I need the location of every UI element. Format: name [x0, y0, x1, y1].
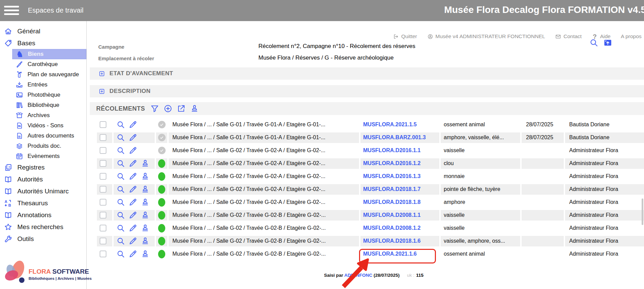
sidebar-item-plan-de-sauvegarde[interactable]: Plan de sauvegarde — [0, 69, 86, 80]
search-icon[interactable] — [116, 198, 125, 207]
inbox-arrow-icon — [16, 81, 23, 89]
expand-plus-icon[interactable] — [99, 88, 105, 95]
stamp-icon[interactable] — [141, 224, 150, 232]
sidebar-item-biens[interactable]: ♞Biens — [12, 49, 86, 59]
stamp-icon[interactable] — [141, 185, 150, 194]
row-checkbox[interactable] — [100, 225, 106, 231]
sidebar-item-produits-doc[interactable]: Produits doc. — [0, 141, 86, 151]
recolements-table: Musée Flora / ... / Salle G-01 / Travée … — [97, 118, 644, 260]
location-text: Musée Flora / ... / Salle G-01 / Travée … — [169, 132, 359, 143]
object-number-link[interactable]: MUSFLORA.D2016.1.3 — [363, 173, 421, 179]
status-green-icon — [158, 211, 165, 220]
row-checkbox[interactable] — [100, 238, 106, 244]
row-checkbox[interactable] — [100, 160, 106, 167]
row-checkbox[interactable] — [100, 199, 106, 206]
pencil-icon[interactable] — [129, 250, 137, 258]
sidebar-item-vid-os-sons[interactable]: Vidéos - Sons — [0, 121, 86, 131]
pencil-icon[interactable] — [129, 237, 137, 245]
pencil-icon[interactable] — [129, 211, 137, 220]
sidebar-item-autres-documents[interactable]: Autres documents — [0, 131, 86, 141]
row-checkbox[interactable] — [100, 121, 106, 128]
entry-user-link[interactable]: ADMINFONC — [344, 273, 373, 278]
search-icon[interactable] — [116, 133, 125, 142]
object-number-link[interactable]: MUSFLORA.D2018.1.6 — [363, 238, 421, 244]
document-icon — [16, 132, 23, 140]
pencil-icon[interactable] — [129, 224, 137, 232]
row-checkbox[interactable] — [100, 251, 106, 257]
filter-icon[interactable] — [150, 104, 159, 113]
menu-mus-e-v4-administrateur-fonctionnel[interactable]: Musée v4 ADMINISTRATEUR FONCTIONNEL — [427, 33, 545, 39]
object-number-link[interactable]: MUSFLORA.2021.1.6 — [363, 251, 417, 257]
pencil-icon[interactable] — [129, 159, 137, 168]
search-icon[interactable] — [116, 250, 125, 258]
pencil-icon[interactable] — [129, 146, 137, 155]
hamburger-menu-icon[interactable] — [4, 6, 19, 17]
search-icon[interactable] — [116, 211, 125, 220]
object-number-link[interactable]: MUSFLORA.2021.1.5 — [363, 122, 417, 128]
search-icon[interactable] — [116, 172, 125, 181]
row-checkbox[interactable] — [100, 212, 106, 219]
pencil-icon[interactable] — [129, 133, 137, 142]
stamp-icon[interactable] — [141, 159, 150, 168]
sidebar-item-entr-es[interactable]: Entrées — [0, 80, 86, 90]
sidebar-item-caroth-que[interactable]: Carothèque — [0, 59, 86, 69]
sidebar-item-thesaurus[interactable]: ABThesaurus — [0, 197, 86, 209]
sidebar-item-autorit-s-unimarc[interactable]: Autorités Unimarc — [0, 185, 86, 197]
sidebar-item-registres[interactable]: Registres — [0, 161, 86, 173]
agent-text: Bautista Doriane — [565, 132, 644, 143]
campaign-field-value: Récolement n°2, Campagne n°10 - Récoleme… — [258, 43, 416, 50]
sidebar-item-phototh-que[interactable]: Photothèque — [0, 90, 86, 100]
row-checkbox[interactable] — [100, 147, 106, 154]
sidebar-item-mes-recherches[interactable]: Mes recherches — [0, 221, 86, 233]
search-icon[interactable] — [116, 224, 125, 232]
search-icon[interactable] — [116, 146, 125, 155]
stamp-icon[interactable] — [141, 250, 150, 258]
object-number-link[interactable]: MUSFLORA.D2016.1.1 — [363, 147, 421, 154]
search-icon[interactable] — [589, 38, 598, 47]
object-number-link[interactable]: MUSFLORA.BARZ.001.3 — [363, 134, 426, 141]
sidebar-item-label: Bases — [17, 39, 35, 47]
row-checkbox[interactable] — [100, 173, 106, 180]
stamp-icon[interactable] — [141, 211, 150, 220]
menu-contact[interactable]: Contact — [555, 33, 581, 39]
open-external-icon[interactable] — [177, 104, 186, 113]
sidebar-item-annotations[interactable]: Annotations — [0, 209, 86, 221]
object-number-link[interactable]: MUSFLORA.D2008.1.2 — [363, 225, 421, 231]
row-checkbox[interactable] — [100, 134, 106, 141]
stamp-icon[interactable] — [141, 198, 150, 207]
sidebar-item-bases[interactable]: Bases — [0, 37, 86, 49]
date-text: 28/07/2025 — [522, 119, 564, 130]
search-icon[interactable] — [116, 185, 125, 194]
object-number-link[interactable]: MUSFLORA.D2018.1.8 — [363, 199, 421, 205]
sidebar-item-g-n-ral[interactable]: Général — [0, 25, 86, 37]
pencil-icon[interactable] — [129, 198, 137, 207]
search-icon[interactable] — [116, 237, 125, 245]
sidebar-item-label: Archives — [28, 112, 50, 119]
stamp-icon[interactable] — [141, 172, 150, 181]
stamp-icon[interactable] — [190, 104, 199, 113]
location-text: Musée Flora / ... / Salle G-02 / Travée … — [169, 145, 359, 156]
expand-plus-icon[interactable] — [99, 70, 105, 77]
sidebar-item-outils[interactable]: Outils — [0, 233, 86, 245]
export-window-icon[interactable] — [603, 38, 612, 47]
object-number-link[interactable]: MUSFLORA.D2016.1.2 — [363, 160, 421, 166]
registers-icon — [4, 163, 12, 172]
menu-a-propos[interactable]: A propos — [621, 33, 642, 39]
add-circle-icon[interactable] — [164, 104, 172, 113]
sidebar-item-ev-nements[interactable]: Evènements — [0, 151, 86, 161]
object-number-link[interactable]: MUSFLORA.D2008.1.1 — [363, 212, 421, 218]
search-icon[interactable] — [116, 159, 125, 168]
pencil-icon[interactable] — [129, 185, 137, 194]
sidebar-item-biblioth-que[interactable]: Bibliothèque — [0, 100, 86, 110]
object-number-link[interactable]: MUSFLORA.D2018.1.7 — [363, 186, 421, 192]
sidebar-item-archives[interactable]: Archives — [0, 110, 86, 121]
stamp-icon[interactable] — [141, 237, 150, 245]
home-icon — [4, 27, 12, 35]
search-icon[interactable] — [116, 120, 125, 129]
menu-quitter[interactable]: Quitter — [393, 33, 417, 39]
pencil-icon[interactable] — [129, 172, 137, 181]
scrollbar-thumb[interactable] — [642, 198, 643, 225]
pencil-icon[interactable] — [129, 120, 137, 129]
row-checkbox[interactable] — [100, 186, 106, 193]
sidebar-item-autorit-s[interactable]: Autorités — [0, 173, 86, 185]
